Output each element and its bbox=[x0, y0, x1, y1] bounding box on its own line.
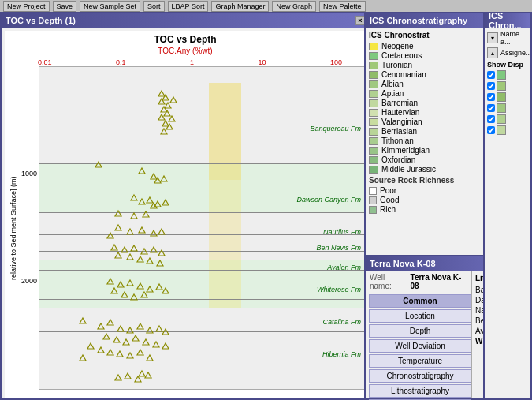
svg-marker-77 bbox=[80, 355, 86, 361]
svg-marker-25 bbox=[143, 211, 149, 217]
svg-marker-31 bbox=[107, 233, 113, 238]
svg-marker-34 bbox=[131, 245, 137, 251]
well-name-value: Terra Nova K-08 bbox=[411, 273, 467, 290]
svg-marker-15 bbox=[154, 178, 161, 183]
svg-marker-14 bbox=[151, 174, 157, 179]
tithonian-swatch bbox=[369, 137, 378, 145]
right-panel-section: ▾ Name a... ▴ Assigne... Show Disp bbox=[485, 28, 530, 139]
x-tick-5: 100 bbox=[330, 58, 342, 66]
chart-plot: Banquereau Fm Dawson Canyon Fm Nautilus … bbox=[39, 66, 366, 390]
svg-marker-68 bbox=[153, 342, 159, 347]
svg-marker-7 bbox=[162, 121, 169, 126]
terranova-left-panel: Well name: Terra Nova K-08 Common Locati… bbox=[366, 271, 472, 398]
lithostratigraphy-button[interactable]: Lithostratigraphy bbox=[369, 384, 471, 398]
toc-depth-window: TOC vs Depth (1) × TOC vs Depth TOC.Any … bbox=[0, 12, 370, 400]
turonian-swatch bbox=[369, 62, 378, 69]
x-tick-1: 0.01 bbox=[38, 58, 52, 66]
save-button[interactable]: Save bbox=[53, 1, 77, 12]
swatch-row-1 bbox=[487, 70, 528, 80]
svg-marker-54 bbox=[80, 318, 86, 323]
y-tick-2000: 2000 bbox=[21, 277, 37, 285]
graph-manager-button[interactable]: Graph Manager bbox=[211, 1, 269, 12]
svg-marker-57 bbox=[117, 326, 124, 331]
svg-marker-73 bbox=[117, 351, 123, 357]
svg-marker-44 bbox=[117, 282, 124, 287]
svg-marker-47 bbox=[147, 286, 153, 292]
y-axis-ticks: 1000 2000 bbox=[19, 66, 39, 390]
terranova-window-title: Terra Nova K-08 bbox=[370, 259, 436, 268]
neogene-swatch bbox=[369, 43, 378, 50]
right-panel-title-bar: ICS Chron... bbox=[485, 13, 530, 28]
svg-marker-62 bbox=[162, 329, 169, 335]
svg-marker-37 bbox=[158, 250, 165, 256]
good-checkbox[interactable] bbox=[369, 196, 377, 204]
svg-marker-74 bbox=[127, 353, 133, 358]
panel-buttons: Common Location Depth Well Deviation Tem… bbox=[366, 293, 471, 400]
svg-marker-65 bbox=[123, 339, 129, 345]
assigned-check-icon[interactable]: ▴ bbox=[487, 47, 498, 58]
svg-marker-53 bbox=[141, 292, 147, 297]
depth-button[interactable]: Depth bbox=[369, 324, 471, 338]
svg-marker-40 bbox=[137, 256, 143, 262]
x-tick-2: 0.1 bbox=[116, 58, 126, 66]
right-panel-title: ICS Chron... bbox=[489, 12, 526, 30]
cenomanian-label: Cenomanian bbox=[381, 70, 426, 79]
oxfordian-label: Oxfordian bbox=[381, 155, 415, 164]
swatch-check-1[interactable] bbox=[487, 71, 495, 79]
lbap-sort-button[interactable]: LBAP Sort bbox=[168, 1, 209, 12]
top-toolbar: New Project Save New Sample Set Sort LBA… bbox=[0, 0, 532, 12]
svg-marker-75 bbox=[137, 350, 143, 355]
rich-label: Rich bbox=[380, 205, 396, 214]
new-project-button[interactable]: New Project bbox=[3, 1, 50, 12]
chronostratigraphy-button[interactable]: Chronostratigraphy bbox=[369, 369, 471, 383]
cenomanian-swatch bbox=[369, 71, 378, 79]
svg-marker-21 bbox=[162, 200, 169, 205]
x-tick-3: 1 bbox=[190, 58, 194, 66]
chart-x-label: TOC.Any (%wt) bbox=[5, 47, 366, 55]
y-axis-label: relative to Sediment Surface] (m) bbox=[5, 66, 19, 390]
x-axis: 0.01 0.1 1 10 100 bbox=[5, 58, 366, 66]
swatch-check-2[interactable] bbox=[487, 82, 495, 90]
svg-marker-26 bbox=[115, 225, 121, 230]
svg-marker-70 bbox=[87, 343, 94, 349]
ics-window-title: ICS Chronostratigraphy bbox=[370, 16, 467, 25]
svg-marker-11 bbox=[170, 97, 177, 103]
svg-marker-13 bbox=[139, 168, 145, 174]
well-deviation-button[interactable]: Well Deviation bbox=[369, 339, 471, 353]
swatch-check-6[interactable] bbox=[487, 126, 495, 134]
swatch-row-4 bbox=[487, 103, 528, 113]
berriasian-label: Berriasian bbox=[381, 127, 417, 136]
rich-checkbox[interactable] bbox=[369, 206, 377, 214]
svg-marker-45 bbox=[127, 280, 133, 286]
new-palette-button[interactable]: New Palette bbox=[319, 1, 366, 12]
svg-marker-55 bbox=[98, 323, 104, 329]
common-button[interactable]: Common bbox=[369, 294, 471, 308]
svg-marker-69 bbox=[162, 343, 169, 349]
temperature-button[interactable]: Temperature bbox=[369, 354, 471, 368]
svg-marker-6 bbox=[169, 116, 175, 121]
name-check-icon[interactable]: ▾ bbox=[487, 32, 498, 43]
poor-checkbox[interactable] bbox=[369, 187, 377, 195]
show-disp-label: Show Disp bbox=[487, 61, 528, 69]
new-graph-button[interactable]: New Graph bbox=[272, 1, 316, 12]
new-sample-set-button[interactable]: New Sample Set bbox=[80, 1, 140, 12]
assigned-row: ▴ Assigne... bbox=[487, 47, 528, 58]
oxfordian-swatch bbox=[369, 156, 378, 164]
name-label: Name a... bbox=[500, 30, 528, 46]
svg-marker-59 bbox=[137, 323, 143, 329]
sort-button[interactable]: Sort bbox=[143, 1, 165, 12]
svg-marker-82 bbox=[145, 372, 151, 378]
svg-marker-4 bbox=[164, 110, 170, 116]
good-label: Good bbox=[380, 196, 399, 204]
x-tick-4: 10 bbox=[258, 58, 266, 66]
swatch-check-5[interactable] bbox=[487, 115, 495, 123]
location-button[interactable]: Location bbox=[369, 309, 471, 323]
swatch-check-4[interactable] bbox=[487, 104, 495, 112]
swatch-5 bbox=[497, 114, 506, 124]
svg-marker-56 bbox=[107, 320, 113, 325]
svg-marker-29 bbox=[151, 230, 157, 236]
swatch-check-3[interactable] bbox=[487, 93, 495, 101]
svg-marker-50 bbox=[111, 288, 117, 293]
svg-marker-66 bbox=[132, 335, 139, 341]
right-ics-panel: ICS Chron... ▾ Name a... ▴ Assigne... Sh… bbox=[483, 12, 532, 400]
